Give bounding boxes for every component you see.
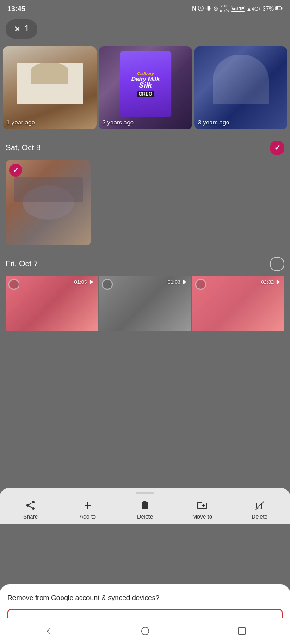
volte-icon: VoLTE — [231, 6, 245, 12]
action-bar: Share Add to Delete Move to Delete — [0, 488, 290, 524]
memory-label-3: 3 years ago — [198, 119, 229, 126]
share-label: Share — [23, 514, 38, 520]
add-to-label: Add to — [80, 514, 96, 520]
video-select-1 — [8, 279, 19, 290]
action-delete[interactable]: Delete — [131, 499, 159, 520]
photos-section: 1 year ago Cadbury Dairy Milk Silk OREO … — [0, 43, 290, 339]
status-bar: 13:45 N ⊛ 2.00KB/S VoLTE ▲4G+ 37% — [0, 0, 290, 16]
nav-recent-button[interactable] — [235, 625, 248, 638]
section-sat-oct8: Sat, Oct 8 ✓ ✓ — [0, 137, 290, 249]
nav-home-button[interactable] — [139, 625, 152, 638]
svg-marker-4 — [183, 279, 187, 284]
video-duration-2: 01:03 — [167, 279, 188, 285]
top-bar: ✕ 1 — [0, 16, 290, 43]
select-all-fri[interactable] — [270, 257, 284, 271]
moveto-label: Move to — [192, 514, 212, 520]
svg-marker-3 — [90, 279, 93, 284]
signal-icon: ▲4G+ — [247, 6, 261, 12]
chocolate-wrapper: Cadbury Dairy Milk Silk OREO — [120, 51, 172, 117]
battery-percent: 37% — [263, 6, 274, 12]
video-duration-3: 02:32 — [261, 279, 282, 285]
vibrate-icon — [205, 5, 212, 12]
add-icon — [81, 499, 94, 512]
confirm-question: Remove from Google account & synced devi… — [7, 594, 283, 601]
svg-marker-5 — [277, 279, 280, 284]
memory-thumb-building[interactable]: 1 year ago — [3, 46, 97, 129]
action-delete-from[interactable]: Delete — [246, 499, 273, 520]
video-thumb-2[interactable]: 01:03 — [99, 276, 191, 331]
action-bar-items: Share Add to Delete Move to Delete — [0, 499, 290, 520]
close-count-button[interactable]: ✕ 1 — [6, 19, 37, 39]
svg-rect-2 — [276, 7, 278, 9]
battery-icon — [275, 6, 283, 12]
selected-count-label: 1 — [25, 24, 29, 34]
video-select-3 — [195, 279, 206, 290]
action-add-to[interactable]: Add to — [74, 499, 102, 520]
svg-rect-1 — [281, 7, 282, 9]
nav-back-button[interactable] — [42, 625, 55, 638]
date-header-sat: Sat, Oct 8 ✓ — [6, 141, 284, 155]
video-duration-1: 01:05 — [74, 279, 95, 285]
delete-icon — [138, 499, 151, 512]
alarm-icon — [197, 5, 204, 12]
action-move-to[interactable]: Move to — [188, 499, 216, 520]
network-speed: 2.00KB/S — [220, 4, 229, 14]
moveto-icon — [196, 499, 209, 512]
nfc-icon: N — [192, 6, 197, 12]
video-thumb-3[interactable]: 02:32 — [192, 276, 284, 331]
deletefrom-label: Delete — [252, 514, 268, 520]
status-icons: N ⊛ 2.00KB/S VoLTE ▲4G+ 37% — [192, 4, 283, 14]
section-fri-oct7: Fri, Oct 7 01:05 01:03 — [0, 253, 290, 335]
bluetooth-icon: ⊛ — [213, 5, 218, 12]
system-nav-bar — [0, 618, 290, 644]
deletefrom-icon — [253, 499, 266, 512]
video-row: 01:05 01:03 02:32 — [6, 276, 284, 331]
svg-point-6 — [141, 627, 149, 635]
delete-label: Delete — [137, 514, 153, 520]
memories-row: 1 year ago Cadbury Dairy Milk Silk OREO … — [0, 46, 290, 129]
close-icon: ✕ — [14, 24, 21, 34]
photo-kitchen[interactable]: ✓ — [6, 160, 91, 245]
memory-label-1: 1 year ago — [6, 119, 35, 126]
select-all-sat[interactable]: ✓ — [270, 141, 284, 155]
memory-label-2: 2 years ago — [102, 119, 134, 126]
photo-selected-check: ✓ — [9, 164, 22, 177]
date-header-fri: Fri, Oct 7 — [6, 257, 284, 271]
share-icon — [24, 499, 37, 512]
memory-thumb-clothing[interactable]: 3 years ago — [194, 46, 287, 129]
drag-handle — [136, 492, 154, 494]
date-label-fri: Fri, Oct 7 — [6, 259, 38, 269]
action-share[interactable]: Share — [17, 499, 44, 520]
date-label-sat: Sat, Oct 8 — [6, 143, 41, 153]
memory-thumb-chocolate[interactable]: Cadbury Dairy Milk Silk OREO 2 years ago — [99, 46, 192, 129]
status-time: 13:45 — [7, 5, 25, 12]
video-select-2 — [102, 279, 113, 290]
video-thumb-1[interactable]: 01:05 — [6, 276, 98, 331]
svg-rect-7 — [238, 628, 245, 635]
